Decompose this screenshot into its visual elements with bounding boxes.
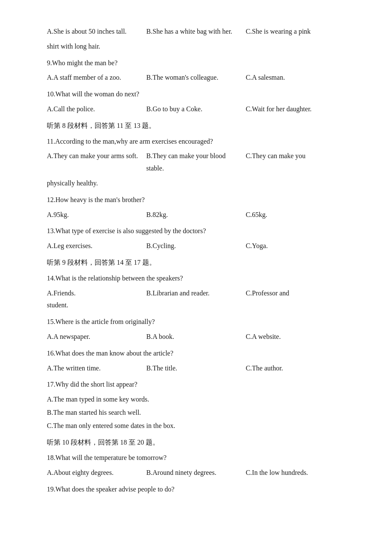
q12-block: 12.How heavy is the man's brother? A.95k…: [47, 194, 345, 221]
q10-option-b: B.Go to buy a Coke.: [146, 103, 245, 116]
q15-option-c: C.A website.: [246, 331, 345, 343]
q14-option-b: B.Librarian and reader.: [146, 287, 245, 300]
q16-block: 16.What does the man know about the arti…: [47, 347, 345, 375]
q9-text: 9.Who might the man be?: [47, 57, 345, 69]
q18-option-a: A.About eighty degrees.: [47, 467, 146, 479]
section10-header: 听第 10 段材料，回答第 18 至 20 题。: [47, 436, 345, 449]
q13-option-c: C.Yoga.: [246, 240, 345, 252]
q9-options-row: A.A staff member of a zoo. B.The woman's…: [47, 72, 345, 84]
q8-option-b: B.She has a white bag with her.: [146, 26, 245, 38]
q18-option-b: B.Around ninety degrees.: [146, 467, 245, 479]
q16-options-row: A.The written time. B.The title. C.The a…: [47, 362, 345, 375]
q10-option-c: C.Wait for her daughter.: [246, 103, 345, 116]
q15-options-row: A.A newspaper. B.A book. C.A website.: [47, 331, 345, 343]
q12-text: 12.How heavy is the man's brother?: [47, 194, 345, 206]
q11-option-c: C.They can make you: [246, 150, 345, 175]
q10-options-row: A.Call the police. B.Go to buy a Coke. C…: [47, 103, 345, 116]
q18-text: 18.What will the temperature be tomorrow…: [47, 452, 345, 464]
q11-options-row: A.They can make your arms soft. B.They c…: [47, 150, 345, 175]
q17-option-a: A.The man typed in some key words.: [47, 393, 345, 406]
q15-option-a: A.A newspaper.: [47, 331, 146, 343]
q14-option-a: A.Friends.: [47, 287, 146, 300]
q14-option-c: C.Professor: [246, 287, 278, 300]
q19-block: 19.What does the speaker advise people t…: [47, 483, 345, 496]
q9-block: 9.Who might the man be? A.A staff member…: [47, 57, 345, 84]
q13-option-a: A.Leg exercises.: [47, 240, 146, 252]
q12-options-row: A.95kg. B.82kg. C.65kg.: [47, 209, 345, 221]
q14-block: 14.What is the relationship between the …: [47, 272, 345, 312]
q11-block: 11.According to the man,why are arm exer…: [47, 136, 345, 190]
q14-text: 14.What is the relationship between the …: [47, 272, 345, 285]
section9-header: 听第 9 段材料，回答第 14 至 17 题。: [47, 257, 345, 269]
q15-block: 15.Where is the article from originally?…: [47, 316, 345, 343]
q15-text: 15.Where is the article from originally?: [47, 316, 345, 328]
q13-options-row: A.Leg exercises. B.Cycling. C.Yoga.: [47, 240, 345, 252]
q14-option-c-row: C.Professor and: [246, 287, 345, 300]
q15-option-b: B.A book.: [146, 331, 245, 343]
q14-and: and: [280, 287, 289, 300]
q19-text: 19.What does the speaker advise people t…: [47, 483, 345, 496]
q13-option-b: B.Cycling.: [146, 240, 245, 252]
q11-option-a: A.They can make your arms soft.: [47, 150, 146, 175]
q16-option-b: B.The title.: [146, 362, 245, 375]
q11-continuation: physically healthy.: [47, 177, 345, 190]
q17-option-c: C.The man only entered some dates in the…: [47, 420, 345, 432]
q8-option-a: A.She is about 50 inches tall.: [47, 26, 146, 38]
q10-block: 10.What will the woman do next? A.Call t…: [47, 88, 345, 116]
q17-block: 17.Why did the short list appear? A.The …: [47, 379, 345, 432]
q13-text: 13.What type of exercise is also suggest…: [47, 225, 345, 237]
q8-options-block: A.She is about 50 inches tall. B.She has…: [47, 26, 345, 53]
q18-options-row: A.About eighty degrees. B.Around ninety …: [47, 467, 345, 479]
q11-option-b: B.They can make your blood stable.: [146, 150, 245, 175]
q12-option-b: B.82kg.: [146, 209, 245, 221]
q18-block: 18.What will the temperature be tomorrow…: [47, 452, 345, 479]
q8-options-row: A.She is about 50 inches tall. B.She has…: [47, 26, 345, 38]
q16-option-c: C.The author.: [246, 362, 345, 375]
q16-option-a: A.The written time.: [47, 362, 146, 375]
q12-option-a: A.95kg.: [47, 209, 146, 221]
section8-header: 听第 8 段材料，回答第 11 至 13 题。: [47, 120, 345, 132]
q8-option-c: C.She is wearing a pink: [246, 26, 345, 38]
q16-text: 16.What does the man know about the arti…: [47, 347, 345, 360]
q17-option-b: B.The man started his search well.: [47, 407, 345, 419]
q10-option-a: A.Call the police.: [47, 103, 146, 116]
q13-block: 13.What type of exercise is also suggest…: [47, 225, 345, 252]
q17-text: 17.Why did the short list appear?: [47, 379, 345, 391]
q8-continuation: shirt with long hair.: [47, 40, 345, 53]
q18-option-c: C.In the low hundreds.: [246, 467, 345, 479]
q10-text: 10.What will the woman do next?: [47, 88, 345, 101]
q14-continuation: student.: [47, 299, 345, 312]
q9-option-b: B.The woman's colleague.: [146, 72, 245, 84]
q9-option-a: A.A staff member of a zoo.: [47, 72, 146, 84]
q9-option-c: C.A salesman.: [246, 72, 345, 84]
q11-text: 11.According to the man,why are arm exer…: [47, 136, 345, 148]
q12-option-c: C.65kg.: [246, 209, 345, 221]
